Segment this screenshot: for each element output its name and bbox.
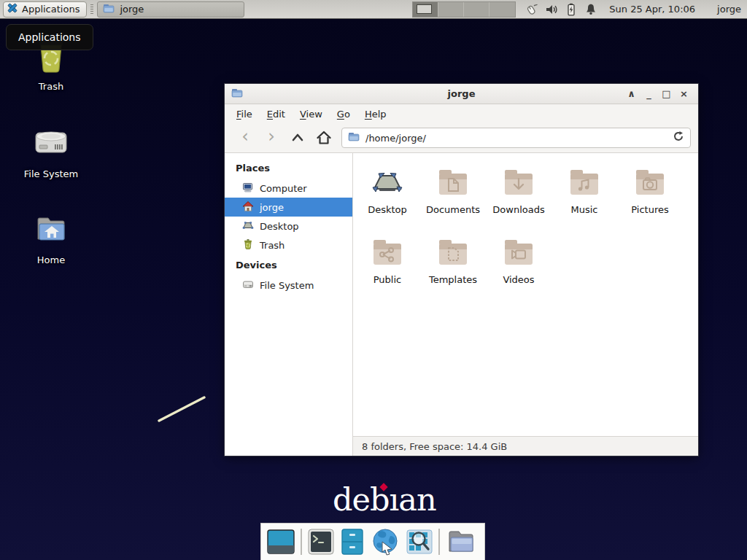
file-manager-icon[interactable] [445, 528, 476, 556]
home-folder-icon [33, 211, 69, 251]
workspace-switcher[interactable] [412, 1, 516, 18]
desktop-icon-home[interactable]: Home [20, 211, 82, 265]
workspace-3[interactable] [464, 2, 489, 17]
top-panel: Applications jorge [0, 0, 747, 19]
workspace-2[interactable] [438, 2, 464, 17]
music-folder-icon [567, 165, 602, 200]
panel-separator-handle[interactable] [90, 4, 93, 14]
templates-folder-icon [436, 235, 471, 270]
taskbar-button-label: jorge [120, 4, 144, 15]
window-folder-icon [231, 87, 243, 101]
dock-separator [301, 529, 302, 555]
forward-icon: › [268, 128, 275, 145]
sidebar-item-computer[interactable]: Computer [225, 179, 352, 198]
statusbar: 8 folders, Free space: 14.4 GiB [353, 436, 698, 456]
desktop-icon-label: Home [37, 254, 65, 265]
forward-button[interactable]: › [258, 127, 285, 149]
mouse-settings-icon[interactable] [525, 3, 538, 16]
home-button[interactable] [311, 127, 337, 149]
folder-item-pictures[interactable]: Pictures [617, 165, 683, 235]
toolbar: ‹ › /home/jorge/ [225, 123, 698, 153]
folder-item-music[interactable]: Music [551, 165, 617, 235]
desktop-stray-line [153, 392, 212, 427]
web-browser-icon[interactable] [370, 527, 400, 556]
system-tray [525, 3, 597, 16]
videos-folder-icon [501, 235, 536, 270]
volume-icon[interactable] [545, 3, 558, 16]
up-button[interactable] [285, 127, 311, 149]
sidebar: Places Computer [225, 153, 353, 456]
desktop-icon [242, 219, 254, 233]
reload-button[interactable] [673, 131, 684, 145]
sidebar-item-filesystem[interactable]: File System [225, 276, 352, 295]
sidebar-item-trash[interactable]: Trash [225, 236, 352, 254]
folder-item-desktop[interactable]: Desktop [355, 165, 420, 235]
back-icon: ‹ [241, 128, 249, 145]
home-icon [316, 130, 332, 146]
hard-drive-icon [32, 124, 70, 165]
file-manager-window: jorge ∧ _ □ × File Edit View Go Help ‹ › [225, 84, 698, 456]
up-icon [290, 131, 305, 145]
menubar: File Edit View Go Help [225, 104, 698, 123]
location-bar[interactable]: /home/jorge/ [341, 128, 691, 148]
maximize-button[interactable]: □ [659, 87, 674, 101]
menu-go[interactable]: Go [330, 106, 357, 122]
applications-menu-button[interactable]: Applications [3, 1, 87, 18]
application-finder-icon[interactable] [406, 528, 433, 556]
path-input[interactable]: /home/jorge/ [365, 133, 667, 144]
menu-help[interactable]: Help [357, 106, 394, 122]
battery-icon[interactable] [565, 3, 578, 16]
house-icon [242, 201, 254, 214]
terminal-icon[interactable] [307, 528, 335, 556]
drive-small-icon [242, 279, 254, 292]
menu-view[interactable]: View [293, 106, 330, 122]
dock-panel [260, 523, 485, 560]
back-button[interactable]: ‹ [232, 127, 258, 149]
downloads-folder-icon [501, 165, 536, 200]
xfce-applications-icon [7, 2, 18, 16]
folder-item-documents[interactable]: Documents [420, 165, 486, 235]
window-titlebar[interactable]: jorge ∧ _ □ × [225, 84, 698, 104]
clock[interactable]: Sun 25 Apr, 10:06 [609, 4, 695, 15]
shade-button[interactable]: ∧ [624, 87, 639, 101]
sidebar-item-desktop[interactable]: Desktop [225, 217, 352, 236]
reload-icon [673, 131, 684, 142]
folder-item-public[interactable]: Public [355, 235, 420, 305]
documents-folder-icon [436, 165, 471, 200]
workspace-window-thumb [417, 4, 432, 14]
dock-separator [438, 529, 440, 555]
public-folder-icon [370, 235, 405, 270]
file-cabinet-icon[interactable] [340, 528, 365, 556]
desktop-icon-label: File System [24, 168, 78, 179]
applications-label: Applications [22, 4, 80, 15]
pictures-folder-icon [632, 165, 667, 200]
sidebar-item-jorge[interactable]: jorge [225, 198, 352, 217]
file-grid: Desktop Documents [353, 153, 698, 436]
sidebar-header-places: Places [225, 158, 352, 179]
menu-edit[interactable]: Edit [260, 106, 293, 122]
close-button[interactable]: × [676, 87, 692, 101]
desktop-icon-filesystem[interactable]: File System [20, 124, 82, 179]
folder-icon [103, 2, 115, 16]
workspace-1[interactable] [413, 2, 438, 17]
taskbar-button-jorge[interactable]: jorge [97, 1, 244, 18]
debian-logo: debıan [333, 481, 436, 518]
notifications-bell-icon[interactable] [584, 3, 597, 16]
desktop-icon-label: Trash [39, 81, 63, 92]
folder-item-downloads[interactable]: Downloads [486, 165, 551, 235]
minimize-button[interactable]: _ [641, 87, 657, 101]
menu-file[interactable]: File [229, 106, 260, 122]
folder-item-templates[interactable]: Templates [420, 235, 486, 305]
path-folder-icon [348, 131, 360, 145]
computer-icon [242, 182, 254, 195]
trash-small-icon [242, 238, 254, 252]
folder-item-videos[interactable]: Videos [486, 235, 551, 305]
applications-tooltip: Applications [6, 24, 93, 50]
show-desktop-icon[interactable] [266, 528, 295, 556]
sidebar-header-devices: Devices [225, 254, 352, 276]
desktop-pad-icon [370, 165, 405, 200]
workspace-4[interactable] [489, 2, 515, 17]
user-actions-button[interactable]: jorge [717, 4, 741, 15]
